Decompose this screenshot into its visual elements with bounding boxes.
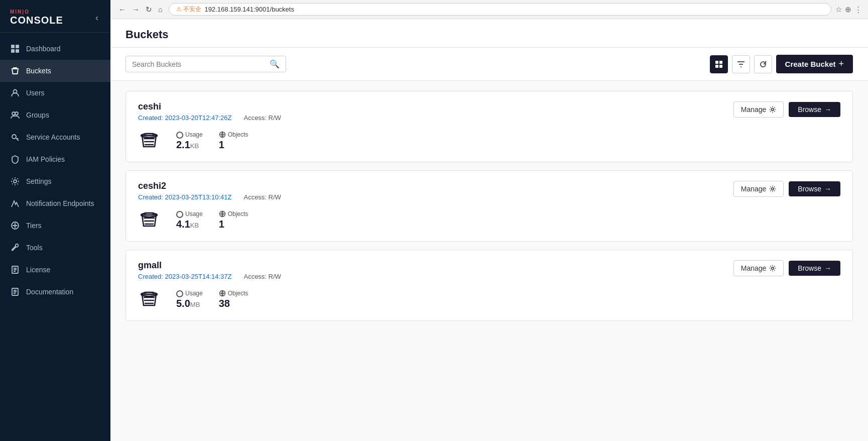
svg-rect-14	[715, 65, 718, 68]
usage-stat: Usage 4.1KB	[176, 210, 203, 230]
sidebar-item-service-accounts[interactable]: Service Accounts	[0, 126, 110, 148]
bucket-meta: Created: 2023-03-20T12:47:26Z Access: R/…	[138, 114, 281, 122]
sidebar-item-label: License	[26, 266, 50, 274]
browse-button-gmall[interactable]: Browse →	[789, 261, 840, 276]
bucket-info: ceshi Created: 2023-03-20T12:47:26Z Acce…	[138, 101, 281, 122]
globe-icon	[219, 131, 226, 138]
sidebar-collapse-button[interactable]: ‹	[93, 11, 100, 25]
browse-label: Browse	[798, 264, 821, 272]
sidebar-item-tools[interactable]: Tools	[0, 237, 110, 259]
bucket-card-actions: Manage Browse →	[733, 181, 840, 197]
sidebar-item-documentation[interactable]: Documentation	[0, 281, 110, 303]
objects-stat: Objects 1	[219, 131, 249, 151]
sidebar-item-notification-endpoints[interactable]: Notification Endpoints	[0, 192, 110, 214]
objects-label: Objects	[219, 210, 249, 217]
search-box[interactable]: 🔍	[126, 56, 286, 72]
logo-text: MIN|O CONSOLE	[10, 9, 63, 26]
url-bar[interactable]: ⚠ 不安全 192.168.159.141:9001/buckets	[169, 3, 831, 16]
lambda-icon	[10, 198, 20, 208]
buckets-list: ceshi Created: 2023-03-20T12:47:26Z Acce…	[110, 81, 868, 331]
page-title: Buckets	[126, 28, 853, 41]
manage-label: Manage	[741, 105, 767, 114]
sidebar-item-dashboard[interactable]: Dashboard	[0, 38, 110, 60]
svg-point-8	[14, 180, 17, 183]
tiers-icon	[10, 220, 20, 231]
back-button[interactable]: ←	[116, 4, 128, 15]
browse-button-ceshi2[interactable]: Browse →	[789, 181, 840, 196]
sidebar-item-license[interactable]: License	[0, 259, 110, 281]
browse-label: Browse	[798, 105, 821, 114]
sidebar-item-label: IAM Policies	[26, 155, 65, 163]
search-input[interactable]	[132, 60, 270, 68]
user-icon	[10, 88, 20, 98]
objects-label: Objects	[219, 131, 249, 138]
bucket-name: ceshi	[138, 101, 281, 112]
bucket-icon-wrapper	[138, 130, 160, 152]
sidebar-item-groups[interactable]: Groups	[0, 104, 110, 126]
svg-point-16	[772, 108, 774, 111]
browse-button-ceshi[interactable]: Browse →	[789, 102, 840, 117]
globe-icon	[219, 210, 226, 217]
filter-button[interactable]	[732, 55, 750, 73]
create-bucket-button[interactable]: Create Bucket +	[776, 55, 853, 73]
sidebar-item-label: Dashboard	[26, 45, 61, 53]
refresh-button[interactable]: ↻	[144, 4, 154, 15]
sidebar-item-users[interactable]: Users	[0, 82, 110, 104]
tools-icon	[10, 243, 20, 253]
search-icon: 🔍	[270, 59, 280, 69]
bucket-card-actions: Manage Browse →	[733, 260, 840, 276]
license-icon	[10, 265, 20, 275]
usage-label: Usage	[176, 290, 203, 297]
menu-icon[interactable]: ⋮	[854, 5, 862, 14]
home-button[interactable]: ⌂	[156, 4, 165, 15]
arrow-right-icon: →	[824, 105, 831, 114]
manage-button-gmall[interactable]: Manage	[733, 260, 784, 276]
refresh-buckets-button[interactable]	[754, 55, 772, 73]
objects-stat: Objects 38	[219, 290, 249, 309]
toolbar-actions: Create Bucket +	[710, 55, 853, 73]
browse-label: Browse	[798, 185, 821, 193]
svg-point-7	[12, 135, 16, 139]
grid-icon	[10, 44, 20, 54]
manage-button-ceshi[interactable]: Manage	[733, 101, 784, 118]
usage-icon	[176, 290, 183, 297]
sidebar-logo: MIN|O CONSOLE ‹	[0, 0, 110, 33]
bucket-icon-wrapper	[138, 288, 160, 310]
usage-value: 5.0MB	[176, 298, 203, 309]
shield-icon	[10, 154, 20, 164]
sidebar-item-label: Service Accounts	[26, 133, 80, 141]
sidebar-item-iam-policies[interactable]: IAM Policies	[0, 148, 110, 170]
objects-stat: Objects 1	[219, 210, 249, 230]
bucket-storage-icon	[138, 130, 160, 152]
bucket-access: Access: R/W	[243, 273, 281, 280]
forward-button[interactable]: →	[130, 4, 142, 15]
settings-icon	[769, 185, 776, 192]
sidebar-item-tiers[interactable]: Tiers	[0, 214, 110, 237]
bucket-info: ceshi2 Created: 2023-03-25T13:10:41Z Acc…	[138, 181, 281, 201]
settings-icon	[769, 265, 776, 272]
plus-icon: +	[838, 59, 844, 69]
bucket-card-header: ceshi2 Created: 2023-03-25T13:10:41Z Acc…	[138, 181, 840, 201]
browser-bar: ← → ↻ ⌂ ⚠ 不安全 192.168.159.141:9001/bucke…	[110, 0, 868, 19]
url-text: 192.168.159.141:9001/buckets	[204, 6, 294, 13]
bucket-card-header: ceshi Created: 2023-03-20T12:47:26Z Acce…	[138, 101, 840, 122]
sidebar-item-buckets[interactable]: Buckets	[0, 60, 110, 82]
bookmark-icon: ☆	[835, 5, 842, 14]
sidebar-nav: Dashboard Buckets Users	[0, 33, 110, 441]
bucket-card-header: gmall Created: 2023-03-25T14:14:37Z Acce…	[138, 260, 840, 280]
bucket-stats: Usage 4.1KB Objects	[138, 209, 840, 231]
objects-value: 38	[219, 298, 249, 309]
extension-icon: ⊕	[845, 5, 851, 14]
manage-button-ceshi2[interactable]: Manage	[733, 181, 784, 197]
sidebar-item-label: Notification Endpoints	[26, 199, 94, 207]
manage-label: Manage	[741, 264, 767, 272]
usage-stat: Usage 2.1KB	[176, 131, 203, 151]
svg-point-19	[772, 188, 774, 190]
gear-icon	[10, 176, 20, 186]
sidebar-item-settings[interactable]: Settings	[0, 170, 110, 192]
grid-view-button[interactable]	[710, 55, 728, 73]
usage-value: 2.1KB	[176, 139, 203, 151]
sidebar-item-label: Documentation	[26, 288, 73, 296]
bucket-name: gmall	[138, 260, 281, 271]
logo-console: CONSOLE	[10, 15, 63, 26]
